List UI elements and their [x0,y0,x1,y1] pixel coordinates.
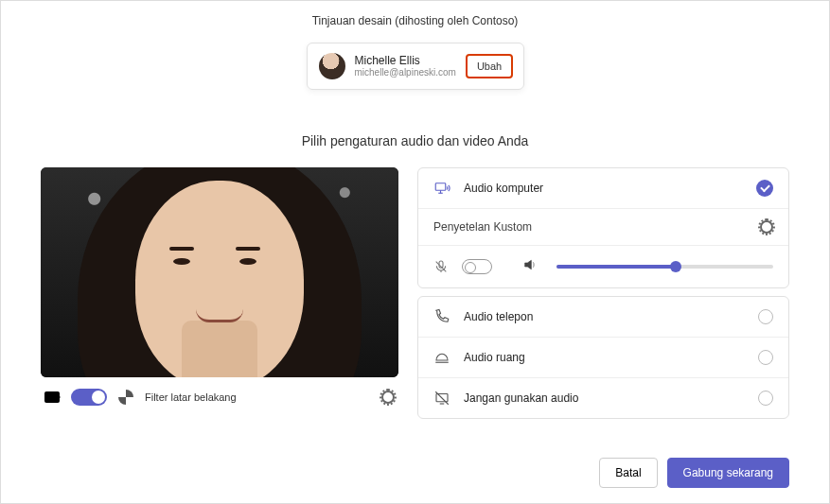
cancel-button[interactable]: Batal [599,458,657,488]
audio-settings-gear-icon[interactable] [760,220,773,234]
settings-subtitle: Pilih pengaturan audio dan video Anda [1,133,829,148]
video-settings-gear-icon[interactable] [381,391,395,404]
mic-muted-icon [433,259,449,274]
change-user-button[interactable]: Ubah [466,54,513,78]
radio-unchecked-icon [758,309,773,324]
avatar [319,53,345,79]
audio-option-room[interactable]: Audio ruang [418,337,788,377]
audio-option-room-label: Audio ruang [464,351,745,364]
user-card: Michelle Ellis michelle@alpineski.com Ub… [307,43,524,90]
user-name: Michelle Ellis [355,54,456,67]
phone-icon [433,308,450,325]
audio-option-computer-label: Audio komputer [464,182,743,195]
radio-checked-icon [756,180,773,197]
camera-toggle[interactable] [71,389,107,406]
meeting-title: Tinjauan desain (dihosting oleh Contoso) [1,1,829,37]
audio-option-none-label: Jangan gunakan audio [464,391,745,405]
custom-setup-row[interactable]: Penyetelan Kustom [418,208,788,245]
svg-rect-0 [435,183,446,191]
audio-option-none[interactable]: Jangan gunakan audio [418,377,788,418]
join-now-button[interactable]: Gabung sekarang [667,458,789,488]
mic-volume-row [418,245,788,287]
user-email: michelle@alpineski.com [355,67,456,78]
volume-slider[interactable] [556,265,773,269]
speaker-icon [522,257,538,276]
background-effects-icon [118,390,133,405]
custom-setup-label: Penyetelan Kustom [433,220,532,234]
camera-icon [44,391,60,403]
computer-audio-card: Audio komputer Penyetelan Kustom [417,167,789,288]
no-audio-icon [433,390,450,407]
audio-option-phone-label: Audio telepon [464,310,745,323]
audio-option-computer[interactable]: Audio komputer [418,168,788,208]
room-device-icon [433,349,450,366]
radio-unchecked-icon [758,350,773,365]
audio-option-phone[interactable]: Audio telepon [418,297,788,337]
video-preview [41,167,398,377]
monitor-speaker-icon [433,180,450,197]
radio-unchecked-icon [758,391,773,406]
background-filter-label[interactable]: Filter latar belakang [145,391,237,403]
mic-toggle[interactable] [462,259,492,274]
